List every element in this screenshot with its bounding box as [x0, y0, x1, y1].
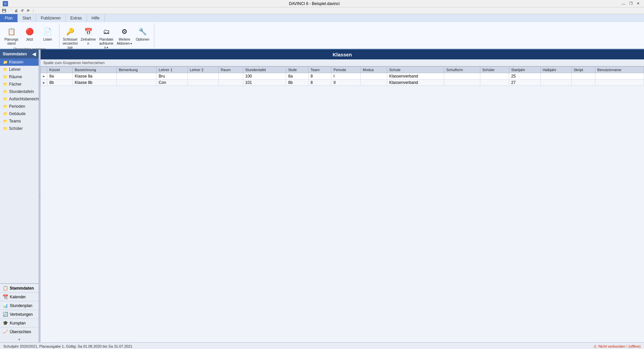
ribbon-content: 📋 Planungsstand 🔴 Jetzt 📄 Listen Übersic… [0, 22, 644, 49]
table-cell [361, 73, 387, 80]
col-header-stufe[interactable]: Stufe [286, 67, 308, 73]
sidebar-collapse-button[interactable]: ◀ [32, 51, 36, 57]
col-header-bezeichnung[interactable]: Bezeichnung [72, 67, 116, 73]
sidebar-item-klassen[interactable]: 📁 Klassen [0, 58, 39, 66]
col-header-team[interactable]: Team [308, 67, 331, 73]
sidebar-item-faecher[interactable]: 📁 Fächer [0, 81, 39, 88]
sidebar-item-stundentafeln[interactable]: 📁 Stundentafeln [0, 88, 39, 95]
nav-stammdaten[interactable]: 📋 Stammdaten [0, 284, 39, 292]
folder-icon-stundentafeln: 📁 [3, 90, 8, 94]
btn-weitere[interactable]: ⚙ Weitere Aktionen [116, 25, 133, 47]
bottom-nav: 📋 Stammdaten 📆 Kalender 📊 Stundenplan 🔄 … [0, 283, 39, 342]
table-cell: 8 [308, 73, 331, 80]
btn-planungsstand[interactable]: 📋 Planungsstand [3, 25, 20, 47]
col-header-stundentafel[interactable]: Stundentafel [243, 67, 286, 73]
col-header-skript[interactable]: Skript [572, 67, 595, 73]
tab-extras[interactable]: Extras [66, 14, 87, 22]
tab-start[interactable]: Start [18, 14, 36, 22]
nav-icon-stundenplan: 📊 [3, 303, 8, 308]
qa-undo[interactable]: ↺ [19, 8, 25, 13]
qa-print[interactable]: 🖨 [13, 8, 19, 13]
nav-uebersichten[interactable]: 📈 Übersichten [0, 327, 39, 336]
nav-label-uebersichten: Übersichten [10, 330, 31, 334]
btn-optionen[interactable]: 🔧 Optionen [134, 25, 151, 43]
restore-button[interactable]: ❐ [628, 1, 634, 6]
nav-icon-vertretungen: 🔄 [3, 312, 8, 317]
tab-plan[interactable]: Plan [0, 14, 18, 22]
col-header-schule[interactable]: Schule [387, 67, 444, 73]
btn-listen[interactable]: 📄 Listen [39, 25, 56, 43]
nav-stundenplan[interactable]: 📊 Stundenplan [0, 301, 39, 310]
folder-icon-lehrer: 📁 [3, 67, 8, 72]
col-header-startjahr[interactable]: Startjahr [509, 67, 541, 73]
close-button[interactable]: ✕ [635, 1, 641, 6]
col-header-lehrer2[interactable]: Lehrer 2 [187, 67, 219, 73]
table-cell [595, 80, 644, 86]
sidebar-item-perioden[interactable]: 📁 Perioden [0, 103, 39, 110]
nav-kursplan[interactable]: 🎓 Kursplan [0, 318, 39, 327]
folder-icon-klassen: 📁 [3, 60, 8, 64]
zeitrahmen-icon: 📅 [83, 26, 94, 37]
nav-kalender[interactable]: 📆 Kalender [0, 292, 39, 301]
table-cell: I [331, 73, 361, 80]
col-header-periode[interactable]: Periode [331, 67, 361, 73]
btn-schluesselverzeichnisse[interactable]: 🔑 Schlüsselverzeichnisse [61, 25, 79, 51]
titlebar-left: D [3, 1, 8, 6]
col-header-raum[interactable]: Raum [219, 67, 243, 73]
col-header-schulform[interactable]: Schulform [444, 67, 480, 73]
sidebar-item-teams[interactable]: 📁 Teams [0, 117, 39, 125]
tab-publizieren[interactable]: Publizieren [36, 14, 65, 22]
qa-redo[interactable]: ⟳ [25, 8, 31, 13]
col-header-schueler[interactable]: Schüler [480, 67, 509, 73]
nav-vertretungen[interactable]: 🔄 Vertretungen [0, 310, 39, 318]
planungsstand-icon: 📋 [6, 26, 17, 37]
sidebar-item-aufsichtsbereiche[interactable]: 📁 Aufsichtsbereiche [0, 95, 39, 103]
ribbon-group-verwalten: 🔑 Schlüsselverzeichnisse 📅 Zeitrahmen 🗂 … [61, 23, 154, 48]
ribbon-group-items-verwalten: 🔑 Schlüsselverzeichnisse 📅 Zeitrahmen 🗂 … [61, 23, 151, 51]
klassen-table: Kürzel Bezeichnung Bemerkung Lehrer 1 Le… [41, 66, 644, 86]
minimize-button[interactable]: — [621, 1, 627, 6]
table-cell: Klasse 8b [72, 80, 116, 86]
table-cell [219, 80, 243, 86]
quickaccess-toolbar: 💾 📄 🖨 ↺ ⟳ | [0, 7, 644, 14]
tab-hilfe[interactable]: Hilfe [87, 14, 105, 22]
col-header-lehrer1[interactable]: Lehrer 1 [157, 67, 188, 73]
sidebar-item-schueler[interactable]: 📁 Schüler [0, 125, 39, 132]
content-area: Klassen Spalte zum Gruppieren hierherzie… [41, 50, 644, 342]
sidebar-item-raeume[interactable]: 📁 Räume [0, 73, 39, 81]
table-row[interactable]: ▶8aKlasse 8aBru1008a8IKlassenverband25 [41, 73, 644, 80]
qa-new[interactable]: 📄 [7, 8, 13, 13]
col-header-halbjahr[interactable]: Halbjahr [540, 67, 572, 73]
table-cell: II [331, 80, 361, 86]
table-row[interactable]: ▶8bKlasse 8bCon1018b8IIKlassenverband27 [41, 80, 644, 86]
qa-save[interactable]: 💾 [1, 8, 7, 13]
sidebar-label-aufsichtsbereiche: Aufsichtsbereiche [9, 97, 41, 101]
table-container[interactable]: Kürzel Bezeichnung Bemerkung Lehrer 1 Le… [41, 66, 644, 342]
col-header-benutzername[interactable]: Benutzername [595, 67, 644, 73]
col-header-kuerzel[interactable]: Kürzel [47, 67, 73, 73]
weitere-icon: ⚙ [119, 26, 130, 37]
sidebar-label-gebaeude: Gebäude [9, 111, 25, 116]
col-header-modus[interactable]: Modus [361, 67, 387, 73]
table-cell: Klassenverband [387, 80, 444, 86]
zeitrahmen-label: Zeitrahmen [80, 38, 96, 46]
table-cell: 8b [47, 80, 73, 86]
nav-collapse-button[interactable]: ▾ [0, 337, 39, 342]
btn-zeitrahmen[interactable]: 📅 Zeitrahmen [79, 25, 97, 47]
qa-separator: | [33, 9, 34, 12]
sidebar: Stammdaten ◀ 📁 Klassen 📁 Lehrer 📁 Räume … [0, 50, 39, 342]
titlebar: D DAVINCI 6 - Beispiel.davinci — ❐ ✕ [0, 0, 644, 7]
table-cell: Klasse 8a [72, 73, 116, 80]
col-header-bemerkung[interactable]: Bemerkung [117, 67, 157, 73]
status-connection: Nicht verbunden ! (offline) [598, 344, 641, 348]
sidebar-title: Stammdaten [3, 52, 27, 56]
sidebar-item-lehrer[interactable]: 📁 Lehrer [0, 66, 39, 73]
btn-jetzt[interactable]: 🔴 Jetzt [21, 25, 38, 43]
btn-plandatei[interactable]: 🗂 Plandatei aufräumen [98, 25, 115, 51]
sidebar-item-gebaeude[interactable]: 📁 Gebäude [0, 110, 39, 117]
nav-icon-stammdaten: 📋 [3, 286, 8, 291]
planungsstand-label: Planungsstand [4, 38, 19, 46]
col-header-indicator[interactable] [41, 67, 47, 73]
plandatei-icon: 🗂 [101, 26, 112, 37]
nav-icon-kalender: 📆 [3, 294, 8, 299]
